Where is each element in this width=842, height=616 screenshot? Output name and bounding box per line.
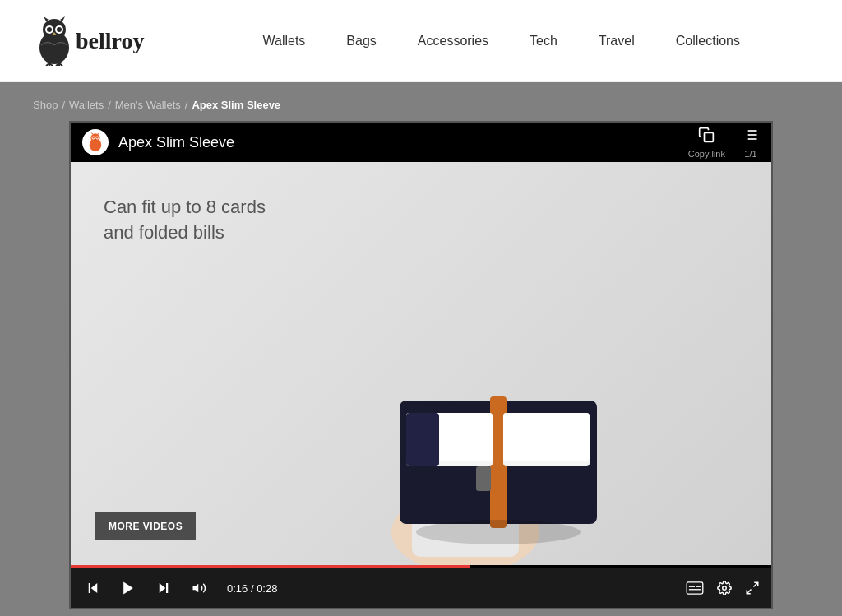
svg-marker-49 bbox=[160, 583, 166, 593]
nav-bags[interactable]: Bags bbox=[346, 34, 376, 49]
nav-travel[interactable]: Travel bbox=[599, 34, 635, 49]
svg-line-57 bbox=[754, 582, 758, 586]
svg-point-22 bbox=[96, 137, 98, 138]
video-controls: 0:16 / 0:28 bbox=[71, 568, 771, 608]
caption-line-1: Can fit up to 8 cards bbox=[104, 195, 266, 220]
svg-line-58 bbox=[747, 590, 751, 594]
breadcrumb-sep-1: / bbox=[62, 99, 65, 111]
svg-marker-48 bbox=[123, 582, 133, 595]
breadcrumb-current: Apex Slim Sleeve bbox=[192, 99, 280, 111]
fullscreen-button[interactable] bbox=[745, 581, 760, 595]
svg-point-21 bbox=[92, 137, 94, 138]
svg-rect-42 bbox=[503, 413, 590, 461]
svg-rect-24 bbox=[705, 132, 714, 141]
svg-rect-44 bbox=[476, 466, 491, 491]
video-title: Apex Slim Sleeve bbox=[118, 134, 688, 151]
list-icon bbox=[742, 127, 760, 147]
play-button[interactable] bbox=[117, 578, 140, 598]
video-owl-badge bbox=[82, 129, 109, 155]
svg-point-7 bbox=[57, 27, 62, 32]
skip-back-button[interactable] bbox=[82, 579, 104, 597]
breadcrumb-mens-wallets[interactable]: Men's Wallets bbox=[115, 99, 181, 111]
video-container: Apex Slim Sleeve Copy link bbox=[69, 121, 773, 609]
site-header: bellroy Wallets Bags Accessories Tech Tr… bbox=[0, 0, 842, 82]
svg-marker-2 bbox=[44, 16, 49, 21]
video-progress-fill bbox=[71, 565, 470, 568]
svg-marker-46 bbox=[91, 583, 98, 593]
svg-point-56 bbox=[723, 586, 727, 591]
more-videos-button[interactable]: MORE VIDEOS bbox=[95, 512, 196, 540]
breadcrumb-wallets[interactable]: Wallets bbox=[69, 99, 104, 111]
nav-collections[interactable]: Collections bbox=[676, 34, 740, 49]
video-progress-track[interactable] bbox=[71, 565, 771, 568]
svg-marker-3 bbox=[60, 16, 65, 21]
nav-tech[interactable]: Tech bbox=[530, 34, 557, 49]
subtitles-button[interactable] bbox=[686, 581, 704, 595]
breadcrumb-sep-2: / bbox=[108, 99, 111, 111]
nav-wallets[interactable]: Wallets bbox=[262, 34, 305, 49]
svg-marker-18 bbox=[98, 132, 99, 134]
video-frame[interactable]: Can fit up to 8 cards and folded bills bbox=[71, 162, 771, 565]
logo-text: bellroy bbox=[76, 28, 144, 54]
volume-button[interactable] bbox=[187, 579, 210, 597]
main-nav: Wallets Bags Accessories Tech Travel Col… bbox=[193, 34, 809, 49]
svg-rect-47 bbox=[89, 583, 90, 593]
breadcrumb-shop[interactable]: Shop bbox=[33, 99, 58, 111]
time-display: 0:16 / 0:28 bbox=[227, 582, 277, 595]
svg-rect-43 bbox=[406, 413, 439, 466]
copy-link-label: Copy link bbox=[688, 149, 725, 159]
copy-link-button[interactable]: Copy link bbox=[688, 127, 725, 159]
settings-button[interactable] bbox=[717, 581, 732, 595]
video-topbar: Apex Slim Sleeve Copy link bbox=[71, 123, 771, 162]
svg-rect-52 bbox=[687, 582, 703, 594]
nav-accessories[interactable]: Accessories bbox=[418, 34, 488, 49]
video-caption: Can fit up to 8 cards and folded bills bbox=[104, 195, 266, 246]
svg-point-6 bbox=[47, 27, 52, 32]
logo[interactable]: bellroy bbox=[33, 16, 144, 66]
page-indicator: 1/1 bbox=[744, 149, 756, 159]
content-area: Shop / Wallets / Men's Wallets / Apex Sl… bbox=[0, 82, 842, 616]
breadcrumb: Shop / Wallets / Men's Wallets / Apex Sl… bbox=[33, 99, 809, 111]
svg-rect-50 bbox=[166, 583, 168, 593]
wallet-visual bbox=[317, 236, 663, 565]
svg-marker-17 bbox=[91, 132, 93, 134]
skip-forward-button[interactable] bbox=[153, 579, 174, 597]
svg-point-45 bbox=[416, 520, 581, 544]
controls-right bbox=[686, 581, 760, 595]
caption-line-2: and folded bills bbox=[104, 220, 266, 246]
breadcrumb-sep-3: / bbox=[185, 99, 188, 111]
video-topbar-actions: Copy link 1/1 bbox=[688, 127, 760, 159]
svg-marker-51 bbox=[193, 584, 199, 593]
copy-icon bbox=[698, 127, 715, 147]
list-view-button[interactable]: 1/1 bbox=[742, 127, 760, 159]
